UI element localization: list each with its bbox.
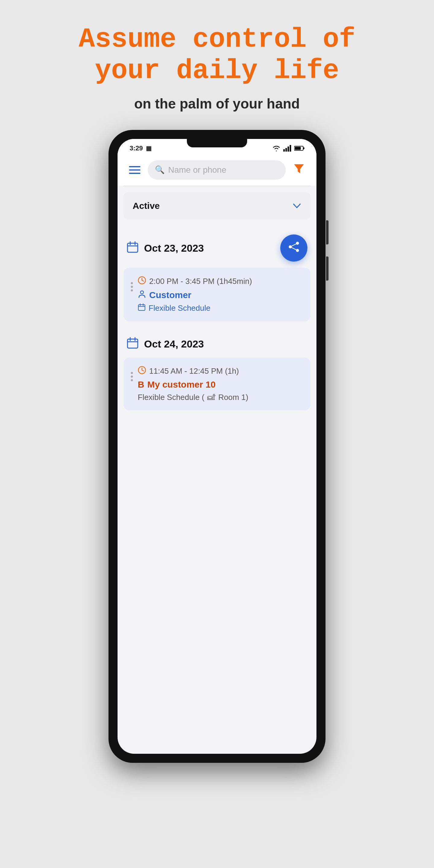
funnel-icon	[293, 162, 305, 175]
phone-frame: 3:29 ▦	[108, 130, 326, 763]
status-time: 3:29	[130, 144, 143, 152]
phone-notch	[187, 139, 247, 147]
calendar-icon-1	[127, 241, 138, 255]
signal-icon	[283, 145, 292, 152]
svg-line-19	[142, 280, 144, 281]
svg-point-20	[141, 291, 144, 294]
hero-subtitle: on the palm of your hand	[60, 96, 374, 112]
schedule-row-1: Flexible Schedule	[138, 303, 303, 313]
svg-rect-6	[295, 147, 301, 150]
date-text-1: Oct 23, 2023	[144, 242, 204, 254]
wifi-icon	[272, 145, 281, 152]
chevron-down-icon	[292, 201, 301, 211]
more-options-2[interactable]	[131, 366, 133, 381]
svg-rect-3	[290, 145, 291, 152]
phone-mockup: 3:29 ▦	[108, 130, 326, 763]
clock-icon-1	[138, 276, 146, 287]
battery-icon	[294, 146, 304, 151]
hero-title: Assume control of your daily life	[60, 24, 374, 87]
appointment-card-2[interactable]: 11:45 AM - 12:45 PM (1h) B My customer 1…	[124, 358, 310, 410]
side-button-2	[326, 256, 329, 281]
clock-icon-2	[138, 366, 146, 376]
divider-1	[124, 186, 310, 186]
hamburger-menu[interactable]	[127, 164, 143, 176]
date-section-2: Oct 24, 2023	[118, 328, 316, 354]
customer-name-1: Customer	[149, 290, 191, 300]
calendar-small-icon-1	[138, 303, 146, 313]
customer-row-1: Customer	[138, 290, 303, 300]
customer-name-2: My customer 10	[147, 379, 216, 390]
search-icon: 🔍	[155, 165, 164, 175]
appointment-card-1[interactable]: 2:00 PM - 3:45 PM (1h45min) Customer	[124, 268, 310, 321]
status-bar-left: 3:29 ▦	[130, 144, 152, 152]
calendar-icon-2	[127, 337, 138, 351]
top-nav: 🔍 Name or phone	[118, 155, 316, 186]
schedule-text-1: Flexible Schedule	[149, 304, 210, 313]
share-fab-button[interactable]	[280, 235, 307, 261]
bold-b-icon: B	[138, 379, 144, 390]
card-content-1: 2:00 PM - 3:45 PM (1h45min) Customer	[138, 276, 303, 313]
time-row-1: 2:00 PM - 3:45 PM (1h45min)	[138, 276, 303, 287]
filter-button[interactable]	[290, 160, 307, 180]
phone-screen: 3:29 ▦	[118, 139, 316, 754]
schedule-text-2: Flexible Schedule (	[138, 393, 204, 402]
status-icons	[272, 145, 304, 152]
sim-icon: ▦	[146, 145, 152, 152]
couch-icon: 🛋	[207, 393, 215, 402]
search-bar[interactable]: 🔍 Name or phone	[148, 160, 286, 180]
svg-rect-8	[127, 243, 138, 252]
svg-rect-0	[283, 149, 285, 152]
search-placeholder: Name or phone	[168, 165, 226, 175]
time-row-2: 11:45 AM - 12:45 PM (1h)	[138, 366, 303, 376]
svg-line-15	[290, 243, 298, 247]
bottom-spacer	[118, 416, 316, 477]
date-label-row-1: Oct 23, 2023	[127, 241, 204, 255]
svg-rect-21	[138, 305, 145, 310]
date-section-1: Oct 23, 2023	[118, 225, 316, 265]
card-content-2: 11:45 AM - 12:45 PM (1h) B My customer 1…	[138, 366, 303, 402]
room-row-2: Flexible Schedule ( 🛋 Room 1)	[138, 393, 303, 402]
svg-line-16	[290, 247, 298, 250]
svg-line-31	[142, 370, 144, 371]
room-text-2: Room 1)	[218, 393, 248, 402]
svg-rect-5	[303, 147, 304, 149]
svg-rect-25	[127, 339, 138, 348]
hero-section: Assume control of your daily life on the…	[0, 24, 434, 112]
person-icon-1	[138, 290, 146, 300]
active-filter-label: Active	[133, 201, 160, 211]
side-button-1	[326, 220, 329, 244]
date-label-row-2: Oct 24, 2023	[127, 337, 204, 351]
share-icon	[288, 241, 300, 255]
date-text-2: Oct 24, 2023	[144, 338, 204, 350]
svg-rect-2	[287, 147, 289, 152]
more-options-1[interactable]	[131, 276, 133, 291]
svg-marker-7	[294, 164, 304, 173]
customer-row-2: B My customer 10	[138, 379, 303, 390]
time-text-1: 2:00 PM - 3:45 PM (1h45min)	[149, 277, 252, 286]
time-text-2: 11:45 AM - 12:45 PM (1h)	[149, 367, 239, 376]
svg-rect-1	[285, 148, 287, 152]
active-filter-dropdown[interactable]: Active	[124, 192, 310, 219]
